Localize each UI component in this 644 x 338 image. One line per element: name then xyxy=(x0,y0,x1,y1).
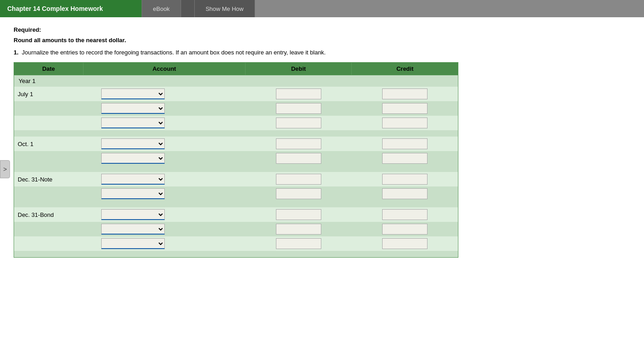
account-select-dec31note-2[interactable] xyxy=(101,188,165,199)
header-credit: Credit xyxy=(352,63,458,75)
date-empty xyxy=(14,236,84,251)
debit-cell xyxy=(245,172,352,186)
account-cell xyxy=(83,116,245,130)
account-cell xyxy=(83,236,245,251)
side-toggle-button[interactable]: > xyxy=(0,160,10,178)
table-row: Dec. 31-Note xyxy=(14,172,458,186)
credit-input-oct1-2[interactable] xyxy=(382,153,428,164)
debit-input-dec31bond-3[interactable] xyxy=(276,238,321,249)
debit-cell xyxy=(245,236,352,251)
debit-input-july1-2[interactable] xyxy=(276,103,321,114)
table-row: Dec. 31-Bond xyxy=(14,207,458,222)
credit-cell xyxy=(352,101,458,116)
table-row xyxy=(14,236,458,251)
section-year1: Year 1 xyxy=(14,75,458,87)
debit-input-oct1-2[interactable] xyxy=(276,153,321,164)
table-row: July 1 xyxy=(14,87,458,101)
account-cell xyxy=(83,137,245,151)
credit-cell xyxy=(352,186,458,201)
spacer-row xyxy=(14,201,458,207)
spacer-row xyxy=(14,166,458,172)
credit-cell xyxy=(352,116,458,130)
date-empty xyxy=(14,186,84,201)
date-july1: July 1 xyxy=(14,87,84,101)
credit-input-dec31bond-3[interactable] xyxy=(382,238,428,249)
account-select-july1-1[interactable] xyxy=(101,88,165,99)
credit-input-july1-1[interactable] xyxy=(382,88,428,99)
main-content: Required: Round all amounts to the neare… xyxy=(0,17,644,267)
account-cell xyxy=(83,186,245,201)
credit-cell xyxy=(352,172,458,186)
top-bar-rest xyxy=(255,0,644,17)
spacer-row-final xyxy=(14,251,458,257)
debit-input-dec31bond-2[interactable] xyxy=(276,224,321,235)
debit-input-dec31bond-1[interactable] xyxy=(276,209,321,220)
debit-cell xyxy=(245,222,352,236)
credit-cell xyxy=(352,207,458,222)
debit-cell xyxy=(245,101,352,116)
credit-cell xyxy=(352,87,458,101)
credit-input-july1-3[interactable] xyxy=(382,118,428,128)
account-select-july1-2[interactable] xyxy=(101,103,165,114)
credit-input-dec31note-1[interactable] xyxy=(382,174,428,185)
section-year1-label: Year 1 xyxy=(14,75,458,87)
tab-divider xyxy=(181,0,194,17)
credit-input-dec31note-2[interactable] xyxy=(382,188,428,199)
credit-input-dec31bond-2[interactable] xyxy=(382,224,428,235)
debit-cell xyxy=(245,151,352,166)
debit-input-dec31note-2[interactable] xyxy=(276,188,321,199)
table-row: Oct. 1 xyxy=(14,137,458,151)
credit-cell xyxy=(352,222,458,236)
credit-input-dec31bond-1[interactable] xyxy=(382,209,428,220)
account-select-oct1-2[interactable] xyxy=(101,153,165,164)
credit-cell xyxy=(352,151,458,166)
show-me-how-tab[interactable]: Show Me How xyxy=(194,0,255,17)
account-select-oct1-1[interactable] xyxy=(101,138,165,149)
date-empty xyxy=(14,222,84,236)
spacer-row xyxy=(14,130,458,137)
account-cell xyxy=(83,87,245,101)
credit-cell xyxy=(352,236,458,251)
required-label: Required: xyxy=(14,26,630,33)
header-account: Account xyxy=(83,63,245,75)
credit-cell xyxy=(352,137,458,151)
account-select-dec31bond-2[interactable] xyxy=(101,224,165,235)
table-row xyxy=(14,151,458,166)
date-oct1: Oct. 1 xyxy=(14,137,84,151)
date-empty xyxy=(14,151,84,166)
debit-input-dec31note-1[interactable] xyxy=(276,174,321,185)
debit-cell xyxy=(245,87,352,101)
date-empty xyxy=(14,101,84,116)
account-select-july1-3[interactable] xyxy=(101,118,165,128)
table-row xyxy=(14,186,458,201)
table-row xyxy=(14,116,458,130)
account-select-dec31bond-1[interactable] xyxy=(101,209,165,220)
instruction-number: 1. xyxy=(14,49,19,56)
account-select-dec31bond-3[interactable] xyxy=(101,238,165,249)
instruction: 1. Journalize the entries to record the … xyxy=(14,49,630,56)
ebook-tab[interactable]: eBook xyxy=(142,0,181,17)
date-empty xyxy=(14,116,84,130)
debit-cell xyxy=(245,137,352,151)
account-cell xyxy=(83,222,245,236)
instruction-text: Journalize the entries to record the for… xyxy=(22,49,326,56)
debit-cell xyxy=(245,116,352,130)
date-dec31-note: Dec. 31-Note xyxy=(14,172,84,186)
debit-cell xyxy=(245,186,352,201)
account-select-dec31note-1[interactable] xyxy=(101,174,165,185)
journal-table: Date Account Debit Credit Year 1 July 1 xyxy=(14,62,458,258)
table-row xyxy=(14,222,458,236)
account-cell xyxy=(83,207,245,222)
top-bar: Chapter 14 Complex Homework eBook Show M… xyxy=(0,0,644,17)
account-cell xyxy=(83,101,245,116)
debit-input-oct1-1[interactable] xyxy=(276,138,321,149)
debit-input-july1-3[interactable] xyxy=(276,118,321,128)
account-cell xyxy=(83,172,245,186)
debit-cell xyxy=(245,207,352,222)
header-date: Date xyxy=(14,63,84,75)
page-title: Chapter 14 Complex Homework xyxy=(0,0,142,17)
table-row xyxy=(14,101,458,116)
debit-input-july1-1[interactable] xyxy=(276,88,321,99)
credit-input-july1-2[interactable] xyxy=(382,103,428,114)
credit-input-oct1-1[interactable] xyxy=(382,138,428,149)
